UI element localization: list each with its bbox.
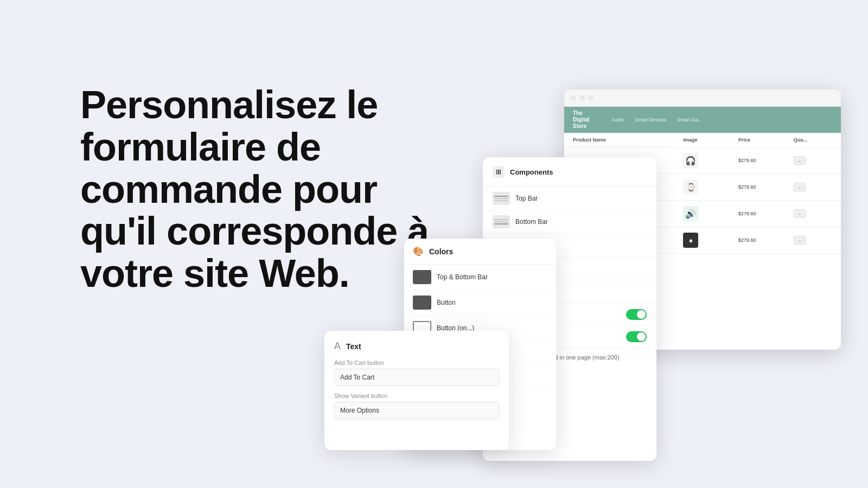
mid-item-button[interactable]: Button [404,290,556,316]
components-icon: ⊞ [493,166,505,178]
button-thumb [413,296,431,310]
product-img: ⌚ [683,179,698,195]
panel-header-title: Components [510,168,553,176]
text-panel-title: Text [346,342,361,351]
qty-button[interactable]: – [794,209,806,218]
panel-item-bottombar[interactable]: Bottom Bar [483,210,656,234]
browser-chrome [564,89,841,107]
text-icon: A [334,341,341,352]
product-img: 🔊 [683,206,698,221]
store-logo: The Digital Store [573,110,590,130]
add-to-cart-field-label: Add To Cart button [334,359,499,366]
product-image-cell: 🔊 [683,206,738,221]
toggle-knob [637,332,646,341]
text-panel-header: A Text [334,341,499,352]
show-variant-field-label: Show Variant button [334,393,499,399]
toggle-knob [637,310,646,319]
show-variant-field: Show Variant button More Options [334,393,499,419]
store-nav-smart-ga[interactable]: Smart Ga... [677,117,702,123]
store-logo-line2: Digital [573,117,590,123]
hero-title: Personnalisez le formulaire de commande … [80,84,449,295]
bottombar-thumb [493,215,510,228]
browser-dot-red [571,95,576,101]
product-price: $279.60 [738,211,794,216]
show-variant-input[interactable]: More Options [334,402,499,419]
hero-section: Personnalisez le formulaire de commande … [80,84,449,295]
add-to-cart-input[interactable]: Add To Cart [334,369,499,386]
qty-button[interactable]: – [794,183,806,191]
colors-icon: 🎨 [413,246,424,256]
text-panel: A Text Add To Cart button Add To Cart Sh… [324,331,509,450]
qty-button[interactable]: – [794,156,806,165]
store-nav-smart-devices[interactable]: Smart Devices [635,117,667,123]
add-to-cart-field: Add To Cart button Add To Cart [334,359,499,386]
col-qty: Qua... [794,137,832,143]
col-price: Price [738,137,794,143]
col-image: Image [683,137,738,143]
variant-images-toggle[interactable] [626,309,647,320]
topbar-thumb [493,192,510,205]
col-product-name: Product Name [573,137,683,143]
product-image-cell: ⌚ [683,179,738,195]
topbar-label: Top Bar [515,195,538,202]
colors-panel-title: Colors [429,247,453,256]
button-label: Button [437,299,456,306]
qty-button[interactable]: – [794,236,806,245]
panel-header: ⊞ Components [483,157,656,187]
product-price: $279.60 [738,184,794,190]
browser-dot-green [588,95,593,101]
variant-skus-toggle[interactable] [626,331,647,342]
product-img: 🎧 [683,153,698,168]
panel-item-topbar[interactable]: Top Bar [483,187,656,210]
top-bottom-bar-label: Top & Bottom Bar [437,273,488,281]
product-image-cell: 🎧 [683,153,738,168]
colors-panel-header: 🎨 Colors [404,239,556,265]
product-image-cell: ■ [683,233,738,248]
bottombar-label: Bottom Bar [515,218,548,226]
store-logo-line1: The [573,110,590,117]
product-price: $279.60 [738,237,794,243]
store-header: The Digital Store Audio Smart Devices Sm… [564,107,841,133]
top-bottom-bar-thumb [413,270,431,284]
store-nav-audio[interactable]: Audio [611,117,624,123]
product-table-header: Product Name Image Price Qua... [564,133,841,147]
mid-item-top-bottom-bar[interactable]: Top & Bottom Bar [404,265,556,290]
product-price: $279.60 [738,158,794,163]
store-logo-line3: Store [573,123,590,130]
store-nav: Audio Smart Devices Smart Ga... [611,117,703,123]
product-img: ■ [683,233,698,248]
browser-dot-yellow [579,95,585,101]
